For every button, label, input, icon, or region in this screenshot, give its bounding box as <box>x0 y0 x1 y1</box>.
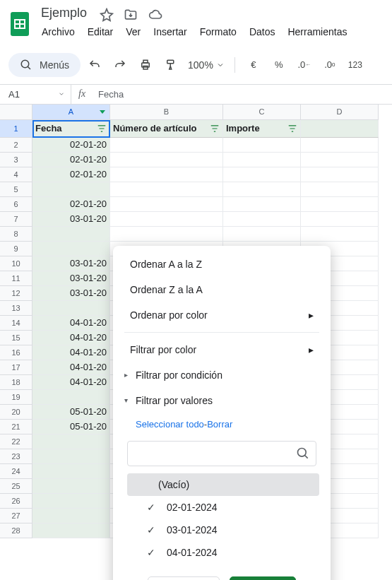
star-icon[interactable] <box>100 8 114 22</box>
cell[interactable]: 05-01-20 <box>32 420 110 434</box>
cell[interactable] <box>110 153 223 167</box>
cell[interactable] <box>32 227 110 242</box>
row-header[interactable]: 9 <box>0 242 32 256</box>
select-all-corner[interactable] <box>0 105 32 120</box>
cell[interactable] <box>223 227 301 242</box>
cell[interactable] <box>110 138 223 153</box>
filter-search[interactable] <box>127 441 316 466</box>
filter-icon[interactable] <box>287 124 297 134</box>
row-header[interactable]: 24 <box>0 464 32 479</box>
cell[interactable]: 03-01-20 <box>32 271 110 286</box>
column-header-C[interactable]: C <box>223 105 301 120</box>
column-header-A[interactable]: A <box>32 105 110 120</box>
row-header[interactable]: 22 <box>0 434 32 449</box>
cell[interactable] <box>301 227 379 242</box>
clear-link[interactable]: Borrar <box>207 419 232 430</box>
cell[interactable] <box>32 494 110 509</box>
row-header[interactable]: 13 <box>0 301 32 316</box>
cell[interactable] <box>32 182 110 197</box>
cell[interactable]: 02-01-20 <box>32 167 110 182</box>
menu-tools[interactable]: Herramientas <box>283 23 352 40</box>
row-header[interactable]: 11 <box>0 271 32 286</box>
filter-value-item[interactable]: ✓04-01-2024 <box>127 541 319 564</box>
cell[interactable] <box>223 197 301 212</box>
cell[interactable]: 03-01-20 <box>32 256 110 271</box>
row-header[interactable]: 20 <box>0 405 32 420</box>
cell[interactable]: Importe <box>223 120 301 138</box>
row-header[interactable]: 2 <box>0 138 32 153</box>
cell[interactable]: 02-01-20 <box>32 197 110 212</box>
sort-az[interactable]: Ordenar A a la Z <box>113 251 331 277</box>
sort-za[interactable]: Ordenar Z a la A <box>113 277 331 302</box>
move-icon[interactable] <box>124 8 138 22</box>
cell[interactable]: 02-01-20 <box>32 153 110 167</box>
cell[interactable] <box>301 212 379 227</box>
menu-file[interactable]: Archivo <box>37 23 80 40</box>
cell[interactable] <box>301 120 379 138</box>
cell[interactable]: 03-01-20 <box>32 286 110 301</box>
format-123-button[interactable]: 123 <box>344 54 367 76</box>
row-header[interactable]: 4 <box>0 167 32 182</box>
currency-button[interactable]: € <box>242 54 265 76</box>
cell[interactable] <box>301 138 379 153</box>
cell[interactable] <box>32 301 110 316</box>
fx-icon[interactable]: fx <box>71 85 93 104</box>
cell[interactable] <box>301 197 379 212</box>
cell[interactable]: 05-01-20 <box>32 405 110 420</box>
menu-view[interactable]: Ver <box>121 23 145 40</box>
menu-insert[interactable]: Insertar <box>148 23 191 40</box>
row-header[interactable]: 12 <box>0 286 32 301</box>
cell[interactable] <box>32 464 110 479</box>
filter-by-color[interactable]: Filtrar por color▸ <box>113 337 331 362</box>
filter-by-condition[interactable]: ▸Filtrar por condición <box>113 362 331 388</box>
cell[interactable] <box>301 182 379 197</box>
row-header[interactable]: 23 <box>0 449 32 464</box>
cloud-icon[interactable] <box>148 8 163 22</box>
percent-button[interactable]: % <box>268 54 290 76</box>
filter-value-empty[interactable]: (Vacío) <box>127 473 319 496</box>
row-header[interactable]: 17 <box>0 360 32 375</box>
sort-by-color[interactable]: Ordenar por color▸ <box>113 302 331 328</box>
menu-data[interactable]: Datos <box>244 23 280 40</box>
row-header[interactable]: 5 <box>0 182 32 197</box>
cell[interactable]: 02-01-20 <box>32 138 110 153</box>
cell[interactable] <box>32 523 110 538</box>
cell[interactable] <box>110 227 223 242</box>
cell[interactable] <box>110 212 223 227</box>
cell[interactable]: 04-01-20 <box>32 331 110 345</box>
column-header-D[interactable]: D <box>301 105 379 120</box>
row-header[interactable]: 7 <box>0 212 32 227</box>
row-header[interactable]: 10 <box>0 256 32 271</box>
filter-icon[interactable] <box>210 124 220 134</box>
cell[interactable] <box>223 182 301 197</box>
row-header[interactable]: 8 <box>0 227 32 242</box>
cell[interactable] <box>32 242 110 256</box>
filter-by-values[interactable]: ▾Filtrar por valores <box>113 388 331 413</box>
cell[interactable] <box>223 138 301 153</box>
menu-edit[interactable]: Editar <box>83 23 119 40</box>
row-header[interactable]: 27 <box>0 509 32 523</box>
redo-button[interactable] <box>109 54 131 76</box>
row-header[interactable]: 1 <box>0 120 32 138</box>
select-all-link[interactable]: Seleccionar todo <box>136 419 204 430</box>
undo-button[interactable] <box>83 54 106 76</box>
filter-value-item[interactable]: ✓02-01-2024 <box>127 496 319 519</box>
zoom-dropdown[interactable]: 100% <box>185 59 227 71</box>
formula-value[interactable]: Fecha <box>93 89 124 100</box>
cell[interactable] <box>301 153 379 167</box>
cell[interactable] <box>110 182 223 197</box>
document-name[interactable]: Ejemplo <box>37 4 91 21</box>
cell[interactable] <box>223 153 301 167</box>
paint-format-button[interactable] <box>160 54 182 76</box>
cell[interactable]: 04-01-20 <box>32 375 110 390</box>
cell[interactable] <box>301 167 379 182</box>
ok-button[interactable]: Aceptar <box>230 576 296 580</box>
sheets-logo[interactable] <box>8 10 31 38</box>
cell[interactable] <box>32 449 110 464</box>
cell[interactable]: 04-01-20 <box>32 345 110 360</box>
row-header[interactable]: 6 <box>0 197 32 212</box>
row-header[interactable]: 18 <box>0 375 32 390</box>
menu-format[interactable]: Formato <box>195 23 242 40</box>
cell[interactable] <box>32 479 110 494</box>
row-header[interactable]: 14 <box>0 316 32 331</box>
